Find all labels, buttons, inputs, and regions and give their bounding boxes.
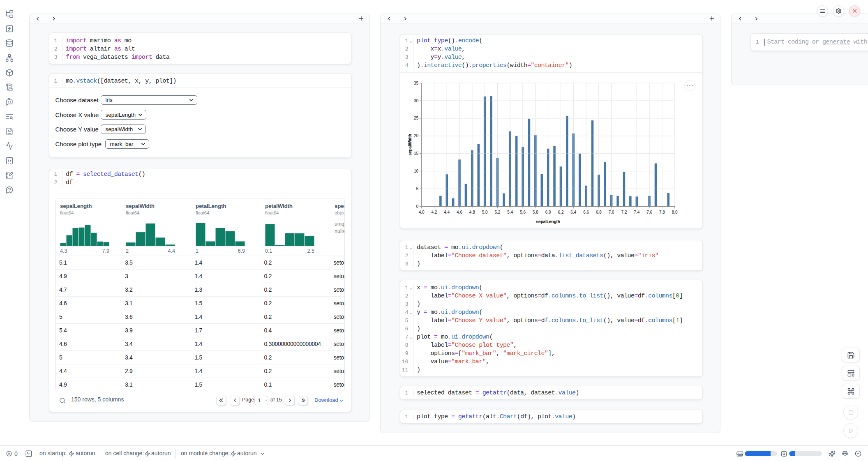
svg-text:30: 30	[414, 99, 419, 103]
svg-text:7.2: 7.2	[621, 210, 627, 214]
svg-text:6.6: 6.6	[583, 210, 589, 214]
svg-text:4.4: 4.4	[444, 210, 450, 214]
svg-text:0: 0	[416, 204, 419, 209]
svg-text:35: 35	[414, 81, 419, 85]
svg-text:6.4: 6.4	[570, 210, 576, 214]
svg-text:sepalWidth: sepalWidth	[407, 134, 412, 156]
svg-text:7.4: 7.4	[634, 210, 639, 214]
svg-text:5.8: 5.8	[533, 210, 538, 214]
svg-text:4.8: 4.8	[469, 210, 475, 214]
svg-text:25: 25	[414, 116, 419, 120]
svg-text:6.8: 6.8	[596, 210, 602, 214]
svg-text:7.8: 7.8	[659, 210, 665, 214]
svg-text:15: 15	[414, 151, 419, 156]
svg-text:6.2: 6.2	[558, 210, 564, 214]
svg-text:5.0: 5.0	[482, 210, 488, 214]
svg-text:5.6: 5.6	[520, 210, 526, 214]
svg-text:4.0: 4.0	[419, 210, 425, 214]
svg-text:5.4: 5.4	[507, 210, 513, 214]
svg-text:4.6: 4.6	[457, 210, 462, 214]
svg-text:20: 20	[414, 134, 419, 138]
svg-text:7.6: 7.6	[646, 210, 652, 214]
svg-text:5: 5	[416, 187, 419, 191]
svg-text:6.0: 6.0	[545, 210, 551, 214]
svg-text:8.0: 8.0	[672, 210, 678, 214]
svg-text:5.2: 5.2	[494, 210, 500, 214]
svg-text:4.2: 4.2	[431, 210, 437, 214]
svg-text:7.0: 7.0	[609, 210, 614, 214]
svg-text:10: 10	[414, 169, 419, 173]
svg-text:sepalLength: sepalLength	[536, 219, 560, 224]
